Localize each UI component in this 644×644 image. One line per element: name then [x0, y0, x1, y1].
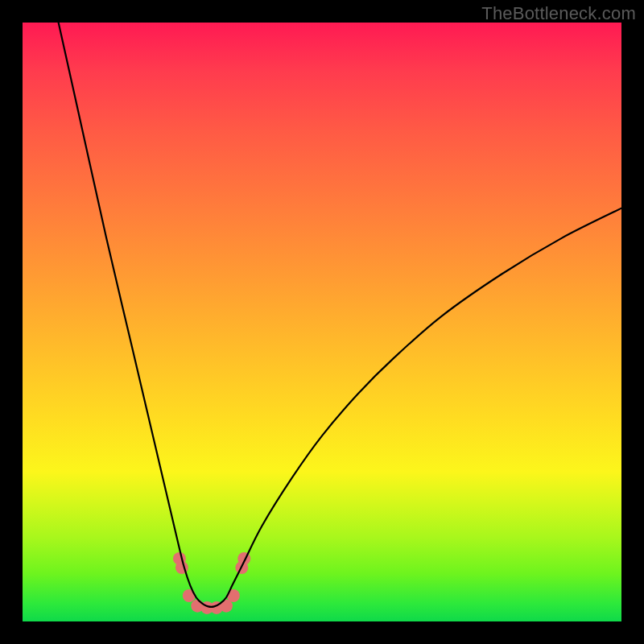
plot-area: [23, 23, 621, 621]
watermark-text: TheBottleneck.com: [481, 3, 636, 24]
marker-group: [173, 552, 250, 614]
chart-frame: TheBottleneck.com: [0, 0, 644, 644]
chart-svg: [23, 23, 621, 621]
bottleneck-curve: [59, 23, 621, 607]
